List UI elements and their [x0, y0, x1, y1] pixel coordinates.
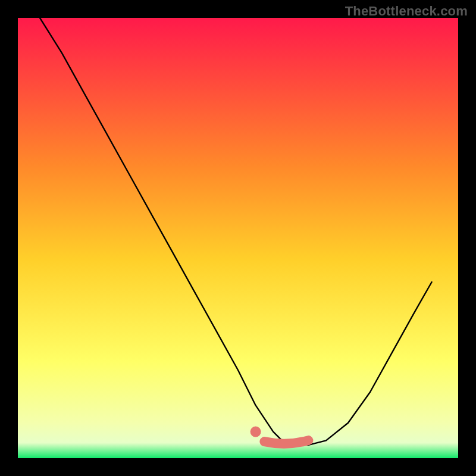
gradient-background [18, 18, 458, 458]
optimal-range-marker [264, 440, 308, 444]
plot-area [18, 18, 458, 458]
plot-frame [18, 18, 458, 458]
optimal-point-marker [250, 427, 261, 437]
figure-canvas: TheBottleneck.com [0, 0, 476, 476]
attribution-label: TheBottleneck.com [345, 4, 468, 19]
